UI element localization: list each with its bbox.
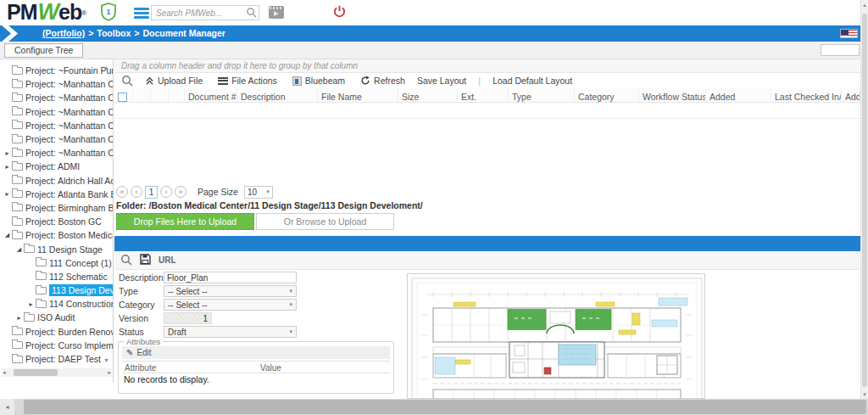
column-header[interactable]: Last Checked In/Out — [771, 88, 842, 103]
detail-search-icon[interactable] — [120, 254, 132, 267]
breadcrumb-item[interactable]: Toolbox — [97, 28, 131, 38]
pager: « ‹ 1 › » Page Size 10▾ — [116, 184, 273, 199]
tree-item[interactable]: Project: Burden Renovation — [0, 325, 114, 339]
configure-tree-button[interactable]: Configure Tree — [4, 43, 83, 58]
tree-item[interactable]: Project: DAEP Test — [0, 352, 114, 366]
search-icon[interactable] — [246, 7, 257, 20]
collapse-icon[interactable]: ◢ — [15, 246, 23, 253]
column-header[interactable]: Document # — [185, 88, 237, 103]
expand-icon[interactable]: ▸ — [27, 300, 35, 308]
tree-item[interactable]: ▸114 Construction D — [0, 297, 114, 311]
tree-item[interactable]: Project: Birmingham Bank — [0, 201, 114, 215]
grid-header-cell — [133, 88, 151, 103]
tree-item[interactable]: ▸ISO Audit — [0, 311, 114, 324]
tree-item-label: Project: Burden Renovation — [25, 327, 114, 337]
grid-header-cell — [151, 88, 169, 103]
tree-scrollbar-thumb[interactable] — [14, 369, 58, 376]
scroll-left-icon[interactable]: ◂ — [0, 399, 14, 415]
file-actions-button[interactable]: File Actions — [218, 76, 277, 86]
expand-icon[interactable]: ▸ — [3, 190, 11, 198]
folder-icon — [12, 149, 23, 157]
url-button[interactable]: URL — [159, 255, 176, 265]
refresh-button[interactable]: Refresh — [360, 76, 405, 86]
expand-icon[interactable]: ▸ — [15, 314, 23, 322]
type-select[interactable]: -- Select --▾ — [164, 285, 297, 297]
expand-icon[interactable]: ▸ — [3, 149, 11, 157]
column-header[interactable]: Added — [706, 88, 771, 103]
tree-item[interactable]: Project: ~Fountain Pump Ra — [0, 64, 114, 77]
menu-icon[interactable] — [134, 8, 149, 20]
upload-file-button[interactable]: Upload File — [145, 76, 203, 86]
column-header[interactable]: Description — [237, 88, 318, 103]
attributes-legend: Attributes — [124, 337, 163, 346]
tree-horizontal-scrollbar[interactable]: ◂ ▸ — [2, 368, 112, 377]
tree-scroll-down-icon[interactable]: ▼ — [103, 357, 109, 363]
quick-search-input[interactable] — [821, 44, 860, 56]
breadcrumb-item[interactable]: Document Manager — [142, 28, 225, 38]
horizontal-scrollbar-thumb[interactable] — [24, 400, 866, 414]
vertical-scrollbar[interactable]: ▲ ▼ — [860, 0, 868, 399]
tree-item[interactable]: Project: Aldrich Hall Additio — [0, 174, 114, 188]
language-flag-icon[interactable] — [840, 29, 858, 38]
last-page-button[interactable]: » — [175, 186, 186, 198]
grid-search-icon[interactable] — [121, 75, 133, 87]
tree-scroll-left-icon[interactable]: ◂ — [3, 368, 6, 377]
tree-item[interactable]: ▸Project: Atlanta Bank Branc — [0, 188, 114, 201]
column-header[interactable]: Workflow Status — [639, 88, 706, 103]
vertical-scrollbar-thumb[interactable] — [862, 14, 867, 387]
expand-icon[interactable]: ▸ — [3, 163, 11, 171]
load-default-layout-button[interactable]: Load Default Layout — [492, 76, 572, 86]
next-page-button[interactable]: › — [160, 186, 172, 198]
tree-item[interactable]: Project: ~Manhattan Courth — [0, 132, 114, 146]
tree-item[interactable]: Project: ~Manhattan Courth — [0, 105, 114, 119]
collapse-icon[interactable]: ◢ — [3, 232, 11, 238]
bluebeam-button[interactable]: Bluebeam — [292, 76, 345, 86]
current-page-button[interactable]: 1 — [145, 186, 158, 199]
scroll-up-icon[interactable]: ▲ — [861, 3, 868, 8]
search-input[interactable] — [151, 5, 259, 20]
save-icon[interactable] — [140, 254, 151, 266]
column-header[interactable]: Adde — [842, 88, 860, 103]
tree-item[interactable]: 112 Schematic — [0, 270, 114, 283]
tree-item[interactable]: ◢Project: Boston Medical Cer — [0, 228, 114, 242]
power-logout-icon[interactable] — [333, 5, 346, 20]
tree-item[interactable]: ◢11 Design Stage — [0, 242, 114, 255]
tree-item[interactable]: Project: ~Manhattan Courth — [0, 77, 114, 91]
category-select[interactable]: -- Select --▾ — [164, 299, 297, 311]
breadcrumb: (Portfolio)>Toolbox>Document Manager — [42, 28, 225, 38]
tree-item[interactable]: 111 Concept (1) — [0, 256, 114, 270]
status-select[interactable]: Draft▾ — [164, 326, 297, 338]
tree-item[interactable]: Project: ~Manhattan Courth — [0, 119, 114, 132]
browse-upload-button[interactable]: Or Browse to Upload — [256, 213, 394, 230]
tree-item[interactable]: Project: Boston GC — [0, 215, 114, 228]
video-tutorial-icon[interactable] — [269, 6, 284, 19]
scroll-down-icon[interactable]: ▼ — [861, 392, 868, 397]
select-all-checkbox[interactable] — [118, 93, 127, 102]
tree-item[interactable]: ▸Project: ADMI — [0, 160, 114, 173]
column-header[interactable]: Size — [398, 88, 458, 103]
upload-icon — [145, 76, 154, 86]
project-tree-panel: Project: ~Fountain Pump RaProject: ~Manh… — [0, 59, 114, 383]
first-page-button[interactable]: « — [116, 186, 128, 198]
column-header[interactable]: Type — [509, 88, 575, 103]
tree-scroll-right-icon[interactable]: ▸ — [108, 368, 111, 377]
tree-scroll-up-icon[interactable]: ▲ — [103, 64, 109, 70]
prev-page-button[interactable]: ‹ — [131, 186, 142, 198]
description-field[interactable] — [164, 272, 297, 283]
tree-item[interactable]: ▸Project: ~Manhattan Courth — [0, 146, 114, 160]
breadcrumb-portfolio-link[interactable]: (Portfolio) — [42, 28, 85, 38]
page-size-select[interactable]: 10▾ — [244, 186, 273, 199]
tree-item[interactable]: Project: Curso Implementac — [0, 339, 114, 352]
drop-files-upload-zone[interactable]: Drop Files Here to Upload — [116, 213, 254, 230]
tree-item-label: Project: Boston Medical Cer — [25, 230, 114, 240]
horizontal-scrollbar[interactable]: ◂ — [0, 399, 868, 415]
column-header[interactable]: Category — [575, 88, 639, 103]
tree-item[interactable]: 113 Design Develop — [0, 283, 114, 297]
save-layout-button[interactable]: Save Layout — [417, 76, 466, 86]
column-header[interactable]: Ext. — [458, 88, 509, 103]
group-by-bar[interactable]: Drag a column header and drop it here to… — [114, 59, 860, 73]
tree-item[interactable]: Project: ~Manhattan Courth — [0, 91, 114, 104]
chevron-down-icon: ▾ — [289, 301, 292, 308]
attributes-edit-button[interactable]: ✎ Edit — [122, 346, 390, 359]
column-header[interactable]: File Name — [318, 88, 398, 103]
